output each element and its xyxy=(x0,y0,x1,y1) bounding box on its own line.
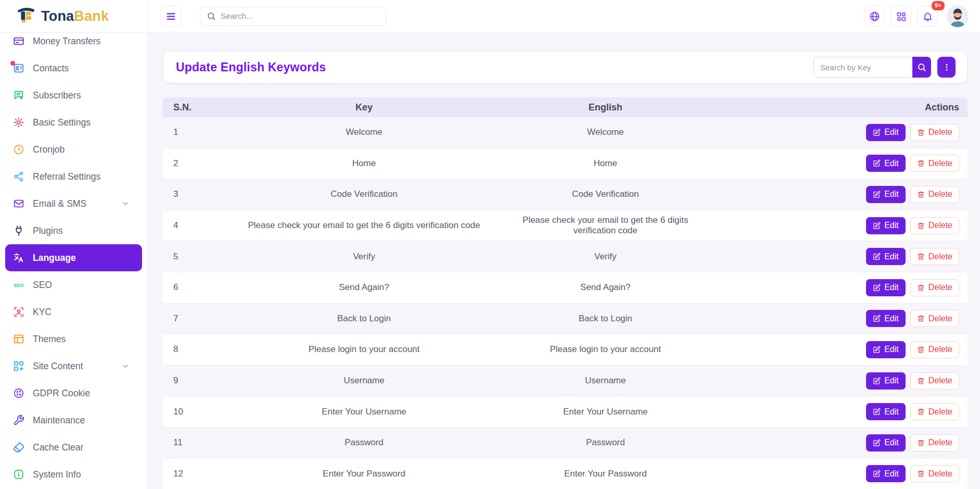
trash-icon xyxy=(917,408,925,416)
table-row: 6 Send Again? Send Again? Edit Delete xyxy=(163,272,968,304)
edit-button[interactable]: Edit xyxy=(866,434,906,452)
edit-button[interactable]: Edit xyxy=(866,465,906,482)
edit-button[interactable]: Edit xyxy=(866,248,906,265)
edit-pencil-icon xyxy=(873,470,881,478)
delete-button[interactable]: Delete xyxy=(910,217,959,234)
edit-button[interactable]: Edit xyxy=(866,124,906,141)
search-by-key-input[interactable] xyxy=(813,57,912,78)
english-cell: Enter Your Username xyxy=(501,407,710,417)
edit-button[interactable]: Edit xyxy=(866,279,906,296)
sidebar-item-email-sms[interactable]: Email & SMS xyxy=(0,190,147,217)
key-cell: Enter Your Username xyxy=(227,407,501,417)
english-cell: Password xyxy=(501,437,710,448)
edit-button[interactable]: Edit xyxy=(866,372,906,390)
sn-cell: 2 xyxy=(163,158,227,169)
notification-badge: 9+ xyxy=(932,1,945,10)
delete-button[interactable]: Delete xyxy=(910,403,959,420)
sidebar-item-subscribers[interactable]: Subscribers xyxy=(0,82,147,109)
english-cell: Welcome xyxy=(501,127,710,137)
main-area: 9+ Update English Keywords xyxy=(148,0,980,489)
globe-icon xyxy=(869,11,880,22)
sidebar-item-plugins[interactable]: Plugins xyxy=(0,217,147,244)
sidebar-item-site-content[interactable]: Site Content xyxy=(0,353,147,380)
edit-button[interactable]: Edit xyxy=(866,341,906,358)
sidebar-item-label: Site Content xyxy=(33,361,83,372)
sidebar-item-label: Language xyxy=(33,253,76,264)
sidebar-item-system-info[interactable]: System Info xyxy=(0,461,147,488)
table-row: 5 Verify Verify Edit Delete xyxy=(163,241,968,272)
delete-button[interactable]: Delete xyxy=(910,310,959,327)
sidebar-item-cronjob[interactable]: Cronjob xyxy=(0,136,147,163)
delete-button[interactable]: Delete xyxy=(910,124,959,141)
sn-cell: 12 xyxy=(163,469,227,479)
tonabank-logo-icon xyxy=(16,6,36,27)
sn-cell: 8 xyxy=(163,344,227,355)
key-cell: Home xyxy=(227,158,501,169)
sidebar-item-language[interactable]: Language xyxy=(5,244,142,271)
edit-button[interactable]: Edit xyxy=(866,155,906,172)
chevron-down-icon xyxy=(121,199,130,208)
sidebar-item-themes[interactable]: Themes xyxy=(0,325,147,353)
delete-button[interactable]: Delete xyxy=(910,279,959,296)
language-globe-button[interactable] xyxy=(864,6,885,27)
sidebar-item-label: Maintenance xyxy=(33,415,85,426)
page-header-card: Update English Keywords xyxy=(163,51,968,83)
contacts-icon xyxy=(12,62,25,74)
site-content-grid-icon xyxy=(12,360,25,372)
edit-button[interactable]: Edit xyxy=(866,403,906,420)
table-body: 1 Welcome Welcome Edit Delete 2 Home Hom… xyxy=(163,117,968,489)
edit-button[interactable]: Edit xyxy=(866,217,906,234)
english-cell: Please login to your account xyxy=(501,344,710,355)
sidebar-item-label: Cache Clear xyxy=(33,442,83,453)
trash-icon xyxy=(917,129,925,136)
sidebar-item-referral-settings[interactable]: Referral Settings xyxy=(0,163,147,190)
apps-button[interactable] xyxy=(890,6,911,27)
search-icon xyxy=(917,62,926,72)
brand-logo[interactable]: TonaBank xyxy=(0,0,147,33)
sn-cell: 9 xyxy=(163,375,227,386)
user-avatar[interactable] xyxy=(947,5,969,27)
global-search-input[interactable] xyxy=(221,11,379,21)
table-row: 10 Enter Your Username Enter Your Userna… xyxy=(163,396,968,428)
sn-cell: 4 xyxy=(163,220,227,231)
edit-button[interactable]: Edit xyxy=(866,186,906,203)
sidebar-item-gdpr-cookie[interactable]: GDPR Cookie xyxy=(0,380,147,407)
delete-button[interactable]: Delete xyxy=(910,155,959,172)
sidebar-item-money-transfers[interactable]: Money Transfers xyxy=(0,33,147,55)
more-options-button[interactable] xyxy=(937,57,956,78)
sidebar-item-seo[interactable]: SEO SEO xyxy=(0,271,147,298)
header-actions: Actions xyxy=(710,102,968,113)
table-header-row: S.N. Key English Actions xyxy=(163,97,968,117)
plugins-plug-icon xyxy=(12,224,25,237)
edit-pencil-icon xyxy=(873,191,881,198)
key-cell: Please check your email to get the 6 dig… xyxy=(227,220,501,231)
sidebar-item-basic-settings[interactable]: Basic Settings xyxy=(0,109,147,136)
table-row: 12 Enter Your Password Enter Your Passwo… xyxy=(163,459,968,489)
sidebar-item-label: Email & SMS xyxy=(33,198,86,209)
trash-icon xyxy=(917,222,925,230)
sidebar-item-maintenance[interactable]: Maintenance xyxy=(0,407,147,434)
edit-button[interactable]: Edit xyxy=(866,310,906,327)
sidebar-toggle-button[interactable] xyxy=(160,6,181,27)
delete-button[interactable]: Delete xyxy=(910,248,959,265)
actions-cell: Edit Delete xyxy=(710,310,968,327)
referral-share-icon xyxy=(12,170,25,183)
trash-icon xyxy=(917,284,925,292)
svg-text:SEO: SEO xyxy=(14,283,23,288)
sidebar-item-contacts[interactable]: Contacts xyxy=(0,55,147,82)
delete-button[interactable]: Delete xyxy=(910,186,959,203)
sidebar-item-kyc[interactable]: KYC xyxy=(0,298,147,325)
delete-button[interactable]: Delete xyxy=(910,465,959,482)
delete-button[interactable]: Delete xyxy=(910,372,959,390)
actions-cell: Edit Delete xyxy=(710,186,968,203)
sidebar-item-cache-clear[interactable]: Cache Clear xyxy=(0,434,147,461)
sidebar-item-label: GDPR Cookie xyxy=(33,388,90,399)
cronjob-clock-icon xyxy=(12,143,25,156)
actions-cell: Edit Delete xyxy=(710,248,968,265)
actions-cell: Edit Delete xyxy=(710,341,968,358)
sn-cell: 3 xyxy=(163,189,227,199)
delete-button[interactable]: Delete xyxy=(910,434,959,452)
delete-button[interactable]: Delete xyxy=(910,341,959,358)
search-by-key-button[interactable] xyxy=(912,57,931,78)
global-search[interactable] xyxy=(200,7,386,26)
